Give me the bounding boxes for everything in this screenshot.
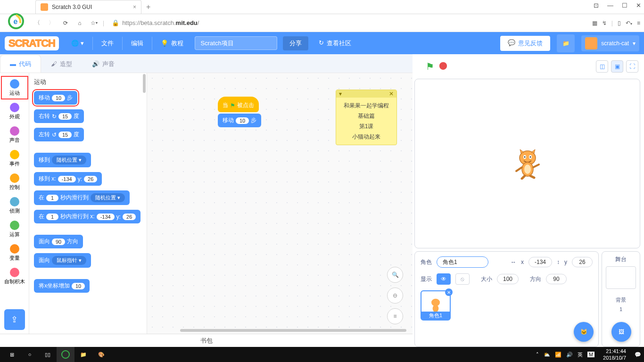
block-glide-xy[interactable]: 在1秒内滑行到 x:-134y:26: [34, 210, 140, 223]
category-variables[interactable]: 变量: [1, 241, 28, 264]
category-motion[interactable]: 运动: [1, 76, 28, 99]
start-button[interactable]: ⊞: [3, 347, 21, 362]
tray-chevron-icon[interactable]: ˄: [536, 352, 539, 358]
account-menu[interactable]: scratch-cat ▾: [581, 35, 639, 51]
sprite-y-value[interactable]: 26: [572, 257, 593, 267]
sprite-tile[interactable]: ✕ 角色1: [421, 290, 451, 321]
window-maximize-icon[interactable]: ☐: [622, 2, 627, 9]
see-community-link[interactable]: ↻查看社区: [319, 39, 351, 48]
project-name-input[interactable]: [195, 36, 277, 50]
tab-sounds[interactable]: 🔊声音: [82, 55, 124, 73]
category-sensing[interactable]: 侦测: [1, 194, 28, 217]
tray-ime-lang[interactable]: 英: [578, 351, 583, 358]
category-operators[interactable]: 运算: [1, 217, 28, 241]
tray-wifi-icon[interactable]: 📶: [555, 352, 561, 358]
block-turn-right[interactable]: 右转↻15度: [34, 109, 84, 123]
tutorials-menu[interactable]: 💡教程: [154, 36, 190, 50]
edit-menu[interactable]: 编辑: [124, 36, 150, 50]
block-point-towards[interactable]: 面向鼠标指针 ▾: [34, 253, 91, 268]
block-change-x[interactable]: 将x坐标增加10: [34, 279, 90, 293]
taskview-button[interactable]: ▯▯: [39, 347, 57, 362]
browser-logo: e: [6, 11, 26, 32]
block-palette[interactable]: 运动 移动10步 右转↻15度 左转↺15度 移到随机位置 ▾ 移到 x:-13…: [29, 73, 147, 334]
zoom-in-button[interactable]: 🔍: [387, 267, 403, 283]
tray-cloud-icon[interactable]: ⛅: [544, 352, 550, 358]
add-backdrop-button[interactable]: 🖼: [611, 322, 631, 342]
tab-code[interactable]: ▬代码: [0, 55, 41, 73]
back-button[interactable]: 〈: [32, 18, 42, 28]
backpack-toggle[interactable]: 书包: [0, 334, 413, 347]
add-extension-button[interactable]: ⇪: [4, 309, 25, 330]
feedback-button[interactable]: 💬意见反馈: [500, 36, 550, 51]
address-bar[interactable]: 🔒 https://beta.scratch.mit.edu/: [108, 19, 588, 26]
tray-notifications-icon[interactable]: 💬: [635, 352, 641, 358]
window-minimize-icon[interactable]: —: [607, 2, 613, 9]
mystuff-button[interactable]: 📁: [557, 34, 575, 52]
zoom-reset-button[interactable]: ≡: [387, 308, 403, 324]
category-control[interactable]: 控制: [1, 170, 28, 194]
tab-close-icon[interactable]: ×: [133, 4, 136, 10]
workspace[interactable]: 当⚑被点击 移动10步 ▾✕ 和果果一起学编程 基础篇 第1课 小猫动起来 🔍 …: [147, 73, 413, 334]
reader-icon[interactable]: ▯: [618, 20, 621, 26]
window-close-icon[interactable]: ✕: [636, 2, 641, 9]
cortana-button[interactable]: ○: [21, 347, 39, 362]
taskbar-explorer[interactable]: 📁: [74, 347, 92, 362]
tray-ime-mode[interactable]: M: [587, 352, 594, 357]
language-menu[interactable]: 🌐 ▾: [65, 37, 91, 49]
block-glide-to[interactable]: 在1秒内滑行到随机位置 ▾: [34, 190, 130, 205]
file-menu[interactable]: 文件: [95, 36, 120, 50]
stage-thumbnail[interactable]: [606, 266, 636, 289]
block-turn-left[interactable]: 左转↺15度: [34, 128, 84, 141]
block-point-direction[interactable]: 面向90方向: [34, 235, 83, 248]
ws-block-when-flag[interactable]: 当⚑被点击: [218, 97, 259, 112]
scratch-cat-sprite[interactable]: [513, 148, 542, 180]
sprite-delete-icon[interactable]: ✕: [445, 288, 453, 296]
qr-icon[interactable]: ▦: [592, 20, 597, 26]
scratch-logo[interactable]: SCRATCH: [5, 36, 59, 50]
category-sound[interactable]: 声音: [1, 123, 28, 147]
forward-button[interactable]: 〉: [46, 18, 57, 28]
sprite-x-value[interactable]: -134: [528, 257, 552, 267]
hamburger-icon[interactable]: ≡: [637, 20, 640, 26]
category-looks[interactable]: 外观: [1, 99, 28, 123]
taskbar-paint[interactable]: 🎨: [92, 347, 110, 362]
browser-tab[interactable]: Scratch 3.0 GUI ×: [35, 0, 141, 14]
block-goto-xy[interactable]: 移到 x:-134y:26: [34, 172, 102, 186]
show-button[interactable]: 👁: [437, 273, 451, 285]
star-button[interactable]: ☆▾: [89, 18, 99, 28]
hide-button[interactable]: ⦸: [455, 273, 470, 285]
stage-fullscreen[interactable]: ⛶: [626, 60, 638, 73]
block-goto-random[interactable]: 移到随机位置 ▾: [34, 153, 91, 167]
browser-settings-icon[interactable]: ⊡: [594, 2, 599, 9]
palette-scrollbar[interactable]: [143, 74, 146, 93]
home-button[interactable]: ⌂: [74, 18, 85, 28]
stage-size-large[interactable]: ▣: [611, 60, 623, 73]
category-myblocks[interactable]: 自制积木: [1, 264, 28, 288]
ws-block-move[interactable]: 移动10步: [218, 114, 261, 127]
zoom-out-button[interactable]: ⊖: [387, 288, 403, 304]
stage-size-small[interactable]: ◫: [596, 60, 608, 73]
tab-costumes[interactable]: 🖌造型: [41, 55, 82, 73]
add-sprite-button[interactable]: 🐱: [574, 322, 594, 342]
green-flag-button[interactable]: ⚑: [426, 61, 434, 72]
category-events[interactable]: 事件: [1, 147, 28, 170]
share-button[interactable]: 分享: [283, 36, 308, 50]
workspace-comment[interactable]: ▾✕ 和果果一起学编程 基础篇 第1课 小猫动起来: [336, 90, 397, 145]
block-move-steps[interactable]: 移动10步: [34, 91, 77, 105]
taskbar-browser[interactable]: [57, 347, 74, 362]
sprite-size-value[interactable]: 100: [497, 274, 519, 284]
comment-close-icon[interactable]: ✕: [389, 90, 394, 97]
new-tab-button[interactable]: +: [146, 3, 150, 11]
undo-icon[interactable]: ↶▾: [626, 20, 632, 26]
tray-volume-icon[interactable]: 🔊: [566, 352, 573, 358]
workspace-scrollbar-h[interactable]: [180, 329, 406, 332]
stage[interactable]: [414, 79, 640, 248]
tray-clock[interactable]: 21:41:44 2018/10/7: [599, 348, 630, 361]
plug-icon[interactable]: ↯: [602, 20, 607, 26]
sprite-direction-value[interactable]: 90: [546, 274, 567, 284]
comment-collapse-icon[interactable]: ▾: [339, 90, 342, 97]
reload-button[interactable]: ⟳: [60, 18, 71, 28]
backdrop-count: 1: [619, 306, 622, 312]
sprite-name-input[interactable]: [437, 256, 488, 268]
stop-button[interactable]: ⬤: [439, 61, 447, 72]
